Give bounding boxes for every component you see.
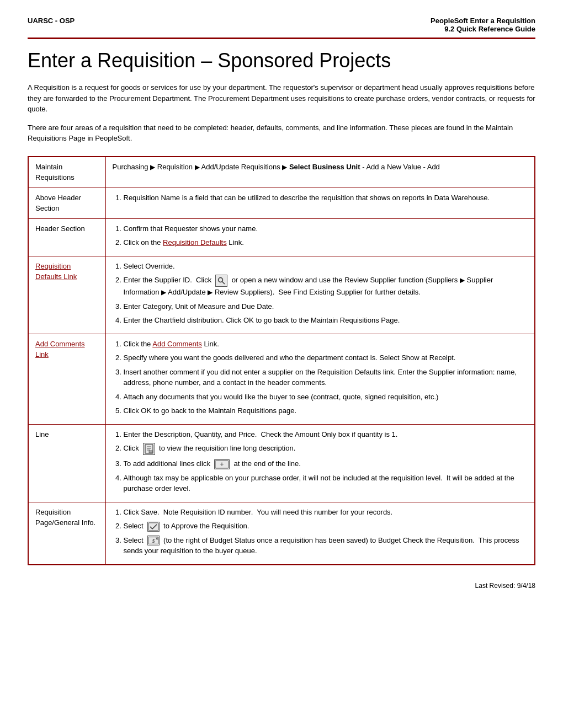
page-title: Enter a Requisition – Sponsored Projects: [28, 49, 535, 72]
doc-title-line2: 9.2 Quick Reference Guide: [444, 25, 535, 33]
list-item: Select to Approve the Requisition.: [124, 521, 528, 532]
reference-table: Maintain Requisitions Purchasing ▶ Requi…: [28, 156, 535, 565]
add-comments-label-link[interactable]: Add Comments Link: [35, 340, 85, 359]
req-defaults-label-link[interactable]: Requisition Defaults Link: [35, 262, 77, 281]
row2-col2: Requisition Name is a field that can be …: [105, 188, 535, 218]
table-row: Maintain Requisitions Purchasing ▶ Requi…: [28, 157, 535, 188]
row1-col2: Purchasing ▶ Requisition ▶ Add/Update Re…: [105, 157, 535, 188]
list-item: Click to view the requisition line long …: [124, 443, 528, 455]
list-item: Select Override.: [124, 261, 528, 272]
row2-col1: Above Header Section: [28, 188, 105, 218]
requisition-defaults-link[interactable]: Requisition Defaults: [163, 238, 227, 247]
row1-col1: Maintain Requisitions: [28, 157, 105, 188]
svg-text:+: +: [220, 461, 224, 468]
list-item: Select $ (to the right of Budget Status …: [124, 535, 528, 556]
table-row: Requisition Page/General Info. Click Sav…: [28, 502, 535, 565]
svg-rect-9: [148, 523, 158, 531]
row6-col1: Line: [28, 424, 105, 502]
row4-col2: Select Override. Enter the Supplier ID. …: [105, 256, 535, 334]
row5-col1: Add Comments Link: [28, 334, 105, 424]
table-row: Line Enter the Description, Quantity, an…: [28, 424, 535, 502]
table-row: Requisition Defaults Link Select Overrid…: [28, 256, 535, 334]
row3-col2: Confirm that Requester shows your name. …: [105, 218, 535, 256]
footer: Last Revised: 9/4/18: [28, 582, 535, 590]
list-item: Click Save. Note Requisition ID number. …: [124, 507, 528, 518]
row3-col1: Header Section: [28, 218, 105, 256]
row7-col1: Requisition Page/General Info.: [28, 502, 105, 565]
row6-col2: Enter the Description, Quantity, and Pri…: [105, 424, 535, 502]
list-item: Attach any documents that you would like…: [124, 392, 528, 403]
red-divider: [28, 38, 535, 39]
list-item: To add additional lines click + at the e…: [124, 458, 528, 469]
org-label: UARSC - OSP: [28, 17, 75, 25]
intro-paragraph-2: There are four areas of a requisition th…: [28, 122, 535, 144]
row7-col2: Click Save. Note Requisition ID number. …: [105, 502, 535, 565]
row5-col2: Click the Add Comments Link. Specify whe…: [105, 334, 535, 424]
list-item: Click the Add Comments Link.: [124, 339, 528, 350]
approve-checkmark-icon[interactable]: [147, 522, 160, 532]
add-line-icon[interactable]: +: [214, 459, 230, 469]
last-revised-label: Last Revised: 9/4/18: [475, 582, 535, 590]
svg-rect-6: [149, 451, 152, 453]
list-item: Enter Category, Unit of Measure and Due …: [124, 301, 528, 312]
list-item: Enter the Chartfield distribution. Click…: [124, 315, 528, 326]
search-icon[interactable]: [215, 275, 227, 287]
list-item: Specify where you want the goods deliver…: [124, 352, 528, 363]
table-row: Add Comments Link Click the Add Comments…: [28, 334, 535, 424]
list-item: Click on the Requisition Defaults Link.: [124, 237, 528, 248]
list-item: Click OK to go back to the Maintain Requ…: [124, 405, 528, 416]
table-row: Header Section Confirm that Requester sh…: [28, 218, 535, 256]
list-item: Requisition Name is a field that can be …: [124, 192, 528, 204]
intro-paragraph-1: A Requisition is a request for goods or …: [28, 82, 535, 115]
doc-title-line1: PeopleSoft Enter a Requisition: [431, 17, 535, 25]
list-item: Insert another comment if you did not en…: [124, 367, 528, 388]
page-header: UARSC - OSP PeopleSoft Enter a Requisiti…: [28, 17, 535, 33]
list-item: Enter the Supplier ID. Click or open a n…: [124, 275, 528, 298]
list-item: Confirm that Requester shows your name.: [124, 223, 528, 234]
list-item: Enter the Description, Quantity, and Pri…: [124, 429, 528, 440]
doc-title-right: PeopleSoft Enter a Requisition 9.2 Quick…: [431, 17, 535, 33]
page-description-icon[interactable]: [143, 443, 155, 455]
add-comments-inline-link[interactable]: Add Comments: [152, 340, 202, 348]
svg-point-0: [219, 278, 223, 282]
svg-text:$: $: [152, 539, 155, 544]
list-item: Although tax may be applicable on your p…: [124, 473, 528, 494]
table-row: Above Header Section Requisition Name is…: [28, 188, 535, 218]
budget-check-icon[interactable]: $: [147, 536, 160, 545]
row4-col1: Requisition Defaults Link: [28, 256, 105, 334]
svg-line-1: [222, 282, 225, 285]
